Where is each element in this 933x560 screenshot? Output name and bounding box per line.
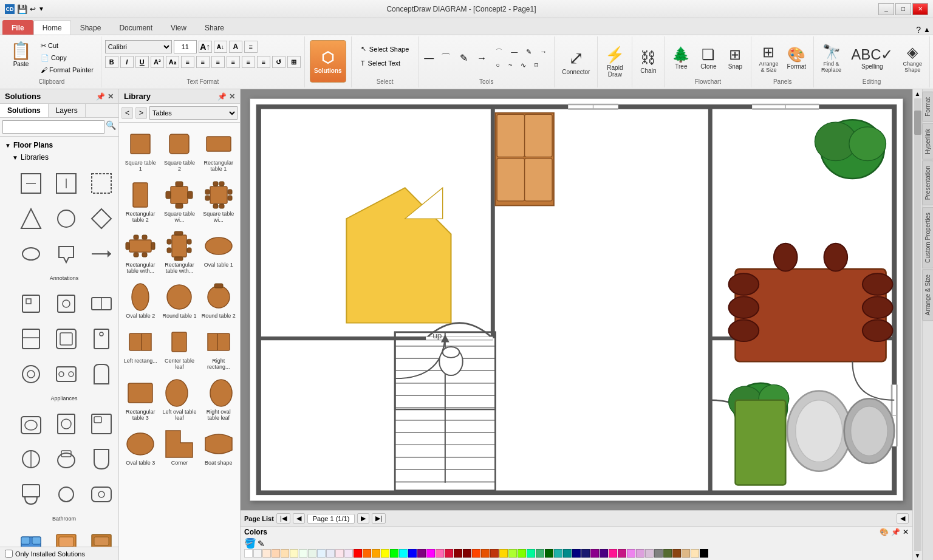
library-pin-icon[interactable]: 📌 [217,92,227,101]
bathroom-shape-4[interactable] [15,443,47,476]
arrange-size-button[interactable]: ⊞ Arrange& Size [755,40,782,77]
format-painter-button[interactable]: 🖌 Format Painter [37,64,97,75]
close-button[interactable]: ✕ [912,3,928,15]
font-name-select[interactable]: Calibri [105,40,172,53]
appliance-shape-7[interactable] [15,358,47,391]
page-nav-next[interactable]: ▶ [357,513,369,524]
lib-item-rect-chairs-2[interactable]: Rectangular table with... [160,227,198,277]
color-swatch[interactable] [545,549,553,558]
color-swatch[interactable] [272,549,280,558]
color-swatch[interactable] [390,549,398,558]
lib-item-left-rect[interactable]: Left rectang... [121,323,159,373]
color-swatch[interactable] [472,549,480,558]
font-color-btn[interactable]: A [229,41,242,53]
appliance-shape-9[interactable] [85,358,118,391]
underline-btn[interactable]: U [135,56,149,68]
bathroom-shape-8[interactable] [50,478,83,511]
tree-item-floor-plans[interactable]: ▼ Floor Plans [2,139,116,151]
appliance-shape-8[interactable] [50,358,83,391]
color-swatch[interactable] [454,549,462,558]
annotation-shape-3[interactable] [85,167,118,200]
font-more-btn[interactable]: ≡ [244,41,258,53]
scroll-down-btn[interactable]: ▼ [915,552,921,559]
subscript-btn[interactable]: A₂ [166,56,179,68]
tree-item-libraries[interactable]: ▼ Libraries [2,151,116,163]
color-swatch[interactable] [463,549,471,558]
lib-item-rect-table-1[interactable]: Rectangular table 1 [200,125,238,175]
change-shape-button[interactable]: ◈ ChangeShape [899,40,926,77]
align-left-btn[interactable]: ≡ [181,56,194,68]
copy-button[interactable]: 📄 Copy [37,52,97,64]
right-tab-custom-props[interactable]: Custom Properties [922,207,933,268]
color-fill-icon[interactable]: 🪣 [244,538,256,549]
color-swatch[interactable] [636,549,644,558]
color-swatch[interactable] [290,549,298,558]
color-swatch[interactable] [600,549,608,558]
annotation-shape-1[interactable] [15,167,47,200]
vertical-scrollbar[interactable]: ▲ ▼ [912,89,922,560]
tool-bezier[interactable]: ~ [505,60,516,71]
scroll-track[interactable] [914,98,921,551]
color-swatch[interactable] [645,549,654,558]
color-swatch[interactable] [436,549,444,558]
paste-button[interactable]: 📋 Paste [6,38,36,70]
lib-nav-forward[interactable]: > [135,107,147,119]
page-nav-prev[interactable]: ◀ [293,513,305,524]
tool-btn-4[interactable]: → [473,51,490,66]
solutions-search-input[interactable] [2,120,104,134]
right-tab-presentation[interactable]: Presentation [922,160,933,205]
annotation-shape-5[interactable] [50,202,83,235]
color-swatch[interactable] [417,549,426,558]
find-replace-button[interactable]: 🔭 Find &Replace [818,40,845,77]
color-swatch[interactable] [363,549,371,558]
lib-item-left-oval[interactable]: Left oval table leaf [160,374,198,424]
appliance-shape-4[interactable] [15,323,47,355]
tab-document[interactable]: Document [110,20,162,35]
solutions-tab-layers[interactable]: Layers [49,104,86,117]
clone-button[interactable]: ❏ Clone [696,40,720,77]
ribbon-help[interactable]: ? [916,25,921,35]
justify-btn[interactable]: ≡ [227,56,240,68]
snap-button[interactable]: ⊞ Snap [723,40,747,77]
text-expand-btn[interactable]: ⊞ [287,56,301,68]
color-swatch[interactable] [326,549,335,558]
only-installed-checkbox[interactable] [5,550,13,558]
bathroom-shape-5[interactable] [50,443,83,476]
colors-panel-close[interactable]: ✕ [903,528,909,536]
appliance-shape-5[interactable] [50,323,83,355]
diagram-canvas[interactable]: up [241,89,912,510]
annotation-shape-2[interactable] [50,167,83,200]
lib-item-right-rect[interactable]: Right rectang... [200,323,238,373]
color-swatch[interactable] [672,549,681,558]
tool-pencil[interactable]: ✎ [522,46,535,58]
page-scroll-left[interactable]: ◀ [897,513,909,524]
bathroom-shape-1[interactable] [15,408,47,440]
color-swatch[interactable] [426,549,435,558]
page-nav-last[interactable]: ▶| [372,513,386,524]
canvas-page[interactable]: up [250,98,903,501]
quick-access-save[interactable]: 💾 [17,4,27,14]
tool-circ[interactable]: ○ [492,60,504,71]
superscript-btn[interactable]: A² [151,56,164,68]
color-swatch[interactable] [490,549,499,558]
tool-line[interactable]: — [507,46,521,58]
appliance-shape-2[interactable] [50,287,83,320]
bathroom-shape-6[interactable] [85,443,118,476]
spelling-button[interactable]: ABC✓ Spelling [847,40,897,77]
minimize-button[interactable]: _ [878,3,894,15]
lib-item-oval-1[interactable]: Oval table 1 [200,227,238,277]
color-swatch[interactable] [572,549,581,558]
lib-item-center-leaf[interactable]: Center table leaf [160,323,198,373]
color-swatch[interactable] [627,549,635,558]
page-nav-first[interactable]: |◀ [276,513,290,524]
quick-access-dropdown[interactable]: ▼ [38,5,44,12]
lib-item-square-table-1[interactable]: Square table 1 [121,125,159,175]
lib-item-square-chairs-1[interactable]: Square table wi... [160,176,198,226]
color-swatch[interactable] [554,549,562,558]
tab-home[interactable]: Home [33,20,71,35]
tool-btn-1[interactable]: — [422,51,436,66]
color-swatch[interactable] [372,549,380,558]
lib-item-square-table-2[interactable]: Square table 2 [160,125,198,175]
cut-button[interactable]: ✂ Cut [37,40,97,52]
annotation-shape-7[interactable] [15,237,47,270]
